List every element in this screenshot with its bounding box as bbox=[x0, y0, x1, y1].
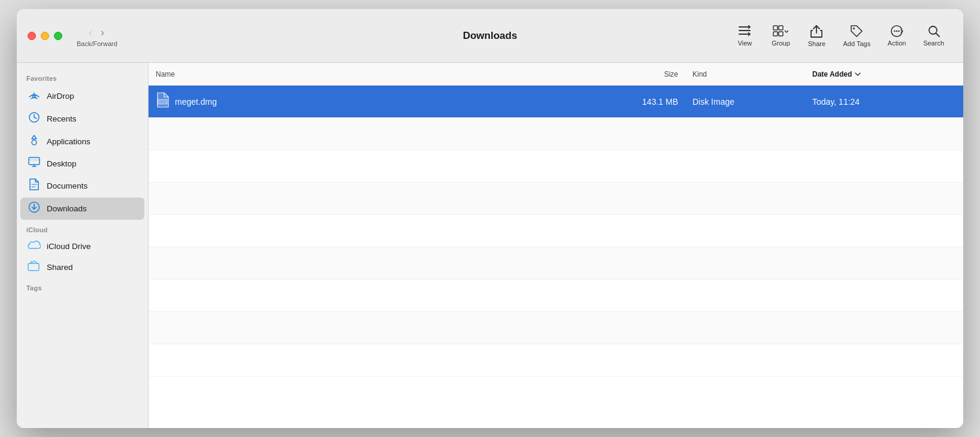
svg-rect-2 bbox=[739, 34, 751, 35]
file-name: meget.dmg bbox=[175, 97, 217, 107]
tags-label: Tags bbox=[17, 278, 148, 294]
empty-row bbox=[149, 247, 963, 280]
documents-icon bbox=[28, 178, 41, 193]
action-icon bbox=[890, 25, 904, 37]
svg-point-7 bbox=[853, 28, 855, 29]
sidebar-recents-label: Recents bbox=[47, 114, 77, 123]
svg-rect-5 bbox=[773, 32, 778, 36]
nav-section: ‹ › Back/Forward bbox=[75, 25, 117, 47]
group-icon bbox=[773, 25, 788, 37]
group-button[interactable]: Group bbox=[763, 22, 798, 50]
traffic-lights bbox=[28, 32, 62, 40]
sidebar-item-recents[interactable]: Recents bbox=[20, 108, 144, 130]
filelist: Name Size Kind Date Added bbox=[149, 63, 963, 428]
main-area: Favorites AirDrop bbox=[17, 63, 963, 428]
empty-row bbox=[149, 150, 963, 183]
file-size-cell: 143.1 MB bbox=[597, 97, 692, 107]
sidebar-icloud-drive-label: iCloud Drive bbox=[47, 242, 91, 251]
svg-rect-17 bbox=[29, 157, 40, 165]
col-header-name[interactable]: Name bbox=[156, 70, 597, 78]
applications-icon bbox=[28, 134, 41, 149]
svg-point-10 bbox=[896, 30, 898, 32]
svg-rect-3 bbox=[773, 26, 778, 30]
svg-rect-1 bbox=[739, 30, 751, 31]
sidebar-shared-label: Shared bbox=[47, 263, 73, 272]
sidebar-item-documents[interactable]: Documents bbox=[20, 175, 144, 197]
maximize-button[interactable] bbox=[54, 32, 62, 40]
share-button[interactable]: Share bbox=[798, 21, 834, 51]
file-kind-cell: Disk Image bbox=[692, 97, 812, 107]
svg-rect-6 bbox=[779, 32, 783, 36]
icloud-label: iCloud bbox=[17, 220, 148, 236]
search-icon bbox=[928, 25, 940, 37]
svg-point-11 bbox=[898, 30, 900, 32]
sidebar: Favorites AirDrop bbox=[17, 63, 149, 428]
empty-row bbox=[149, 118, 963, 150]
addtags-icon bbox=[850, 25, 863, 38]
sidebar-applications-label: Applications bbox=[47, 137, 90, 146]
empty-row bbox=[149, 312, 963, 344]
addtags-button[interactable]: Add Tags bbox=[834, 21, 879, 51]
group-label: Group bbox=[772, 40, 790, 47]
view-icon bbox=[738, 25, 751, 37]
sidebar-item-desktop[interactable]: Desktop bbox=[20, 153, 144, 174]
desktop-icon bbox=[28, 157, 41, 171]
svg-point-16 bbox=[32, 140, 37, 145]
file-name-cell: meget.dmg bbox=[156, 92, 597, 111]
share-label: Share bbox=[808, 40, 825, 47]
share-icon bbox=[810, 25, 822, 38]
empty-row bbox=[149, 344, 963, 377]
sidebar-desktop-label: Desktop bbox=[47, 159, 77, 168]
recents-icon bbox=[28, 111, 41, 126]
empty-row bbox=[149, 183, 963, 215]
search-label: Search bbox=[923, 40, 944, 47]
back-button[interactable]: ‹ bbox=[85, 25, 96, 40]
sidebar-item-airdrop[interactable]: AirDrop bbox=[20, 85, 144, 107]
sidebar-item-icloud-drive[interactable]: iCloud Drive bbox=[20, 236, 144, 256]
svg-line-13 bbox=[936, 33, 939, 37]
col-header-size[interactable]: Size bbox=[597, 70, 692, 78]
downloads-icon bbox=[28, 201, 41, 216]
sidebar-item-shared[interactable]: Shared bbox=[20, 257, 144, 278]
shared-icon bbox=[28, 260, 41, 274]
minimize-button[interactable] bbox=[41, 32, 49, 40]
forward-button[interactable]: › bbox=[97, 25, 108, 40]
window-title: Downloads bbox=[463, 30, 518, 42]
action-label: Action bbox=[888, 40, 906, 47]
sort-chevron-icon bbox=[854, 71, 861, 78]
action-button[interactable]: Action bbox=[879, 22, 915, 50]
filelist-header: Name Size Kind Date Added bbox=[149, 63, 963, 86]
empty-row bbox=[149, 215, 963, 247]
table-row[interactable]: meget.dmg 143.1 MB Disk Image Today, 11:… bbox=[149, 86, 963, 118]
view-button[interactable]: View bbox=[727, 22, 763, 50]
back-forward-label: Back/Forward bbox=[77, 40, 117, 47]
col-header-kind[interactable]: Kind bbox=[692, 70, 812, 78]
view-label: View bbox=[738, 40, 752, 47]
sidebar-airdrop-label: AirDrop bbox=[47, 92, 74, 101]
svg-rect-27 bbox=[158, 99, 167, 104]
sidebar-item-downloads[interactable]: Downloads bbox=[20, 198, 144, 220]
col-header-date-added[interactable]: Date Added bbox=[812, 70, 956, 78]
empty-row bbox=[149, 280, 963, 312]
file-date-cell: Today, 11:24 bbox=[812, 97, 956, 107]
search-button[interactable]: Search bbox=[915, 22, 952, 50]
airdrop-icon bbox=[28, 89, 41, 104]
svg-rect-25 bbox=[28, 263, 39, 271]
favorites-label: Favorites bbox=[17, 69, 148, 84]
sidebar-documents-label: Documents bbox=[47, 181, 87, 190]
finder-window: ‹ › Back/Forward Downloads View bbox=[17, 9, 963, 428]
svg-rect-0 bbox=[739, 26, 751, 28]
svg-rect-18 bbox=[29, 159, 40, 160]
addtags-label: Add Tags bbox=[843, 40, 870, 47]
close-button[interactable] bbox=[28, 32, 36, 40]
toolbar-right: View Group bbox=[727, 21, 952, 51]
sidebar-item-applications[interactable]: Applications bbox=[20, 131, 144, 153]
icloud-drive-icon bbox=[28, 240, 41, 253]
file-icon bbox=[156, 92, 169, 111]
svg-rect-4 bbox=[779, 26, 783, 30]
sidebar-downloads-label: Downloads bbox=[47, 204, 87, 213]
titlebar: ‹ › Back/Forward Downloads View bbox=[17, 9, 963, 63]
svg-point-9 bbox=[894, 30, 896, 32]
